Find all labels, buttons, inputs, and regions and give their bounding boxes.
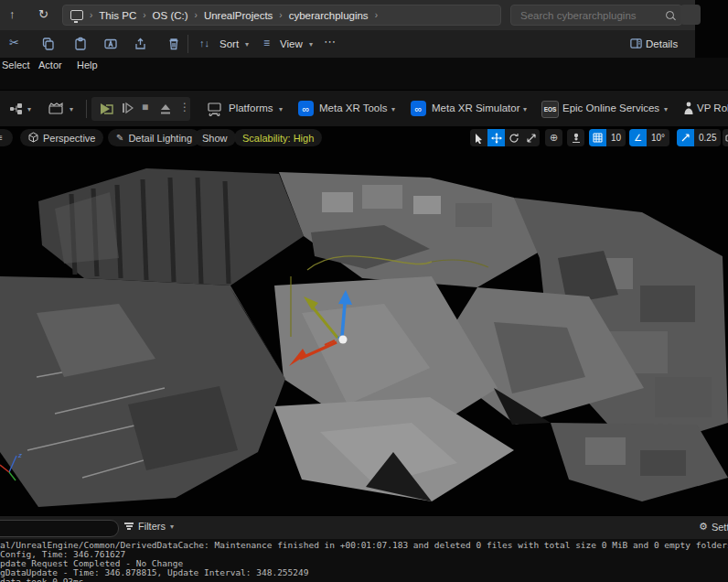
meta-xr-simulator-button[interactable]: Meta XR Simulator <box>432 102 520 113</box>
gizmo-center[interactable] <box>339 336 348 344</box>
view-mode-button[interactable]: ✎ Detail Lighting <box>108 129 200 146</box>
z-axis-label: z <box>17 451 22 459</box>
epic-online-services-button[interactable]: Epic Online Services <box>562 102 659 113</box>
globe-icon: ⊕ <box>545 129 562 146</box>
cut-icon[interactable]: ✂ <box>9 36 24 50</box>
explorer-command-bar: ✂ ↑↓ Sort ▾ ≡ View ▾ ⋯ Details <box>0 30 695 59</box>
chevron-right-icon: › <box>90 10 92 20</box>
view-button[interactable]: View <box>280 38 303 49</box>
viewport-scene[interactable]: z <box>0 148 728 515</box>
show-button[interactable]: Show <box>194 129 236 146</box>
refresh-icon[interactable]: ↻ <box>38 7 48 21</box>
meta-xr-tools-button[interactable]: Meta XR Tools <box>319 102 388 113</box>
paste-icon[interactable] <box>73 37 88 51</box>
filters-button[interactable]: Filters ▾ <box>124 521 174 532</box>
rotation-snap-value[interactable]: 10° <box>647 129 669 146</box>
eos-badge-icon: EOS <box>541 101 559 118</box>
sort-icon: ↑↓ <box>199 38 214 52</box>
scale-snap-value[interactable]: 0.25 <box>694 129 721 146</box>
stop-button[interactable]: ■ <box>142 101 148 113</box>
breadcrumb-cyberarchplugins[interactable]: cyberarchplugins <box>289 10 369 21</box>
menu-actor[interactable]: Actor <box>38 59 62 70</box>
breadcrumb-unrealprojects[interactable]: UnrealProjects <box>204 10 273 21</box>
scale-tool-icon[interactable] <box>522 129 540 146</box>
platforms-button[interactable]: Platforms <box>229 102 273 113</box>
delete-icon[interactable] <box>166 37 181 51</box>
chevron-down-icon: ▾ <box>70 105 73 113</box>
detail-lighting-label: Detail Lighting <box>128 133 192 144</box>
rename-icon[interactable] <box>103 37 118 51</box>
output-log[interactable]: al/UnrealEngine/Common/DerivedDataCache:… <box>0 539 728 582</box>
meta-logo-icon: ∞ <box>411 101 426 116</box>
filter-icon <box>124 521 134 531</box>
up-arrow-icon[interactable]: ↑ <box>9 7 16 21</box>
nav-bar-button[interactable] <box>680 5 701 25</box>
filters-label: Filters <box>138 521 166 532</box>
frame-skip-button[interactable] <box>121 102 134 117</box>
select-tool-icon[interactable] <box>470 129 487 146</box>
meta-logo-icon: ∞ <box>298 101 314 116</box>
grid-snap-value[interactable]: 10 <box>606 129 626 146</box>
more-options-button[interactable]: ⋯ <box>324 35 336 48</box>
chevron-down-icon: ▾ <box>279 105 283 113</box>
copy-icon[interactable] <box>41 37 56 51</box>
viewport[interactable]: ≡ Perspective ✎ Detail Lighting Show Sca… <box>0 126 728 515</box>
play-button[interactable] <box>98 102 114 120</box>
vp-roles-button[interactable]: VP Roles <box>697 102 728 113</box>
explorer-nav-bar: ↑ ↻ › This PC › OS (C:) › UnrealProjects… <box>0 0 695 30</box>
search-input[interactable] <box>519 9 666 22</box>
rotation-snap-control[interactable]: ∠ 10° <box>629 129 669 146</box>
search-box[interactable] <box>510 5 682 26</box>
play-controls: ■ ⋮ <box>91 97 190 121</box>
show-label: Show <box>202 133 228 144</box>
rotate-tool-icon[interactable] <box>505 129 522 146</box>
rotation-snap-icon: ∠ <box>629 129 647 146</box>
surface-snap-icon <box>567 129 584 146</box>
content-browser-bar: Filters ▾ ⚙ Settings <box>0 515 728 540</box>
viewport-options-button[interactable]: ≡ <box>0 129 13 146</box>
sort-button[interactable]: Sort <box>219 38 239 49</box>
gear-icon: ⚙ <box>699 521 708 533</box>
search-icon[interactable] <box>666 11 674 19</box>
perspective-button[interactable]: Perspective <box>20 129 103 146</box>
details-button[interactable]: Details <box>646 38 678 49</box>
breadcrumb-os-c[interactable]: OS (C:) <box>153 10 188 21</box>
breadcrumb-this-pc[interactable]: This PC <box>99 10 136 21</box>
eject-button[interactable] <box>159 102 172 119</box>
breadcrumb[interactable]: › This PC › OS (C:) › UnrealProjects › c… <box>62 5 501 26</box>
play-options-icon[interactable]: ⋮ <box>179 101 190 113</box>
photogrammetry-mesh <box>0 168 728 507</box>
this-pc-icon <box>70 10 83 20</box>
cube-icon <box>28 132 38 145</box>
transform-tools <box>470 129 540 146</box>
grid-snap-control[interactable]: 10 <box>589 129 626 146</box>
vp-roles-icon <box>682 101 695 120</box>
divider <box>187 35 188 53</box>
file-explorer-window: ↑ ↻ › This PC › OS (C:) › UnrealProjects… <box>0 0 695 58</box>
modes-icon[interactable] <box>9 102 24 120</box>
perspective-label: Perspective <box>43 133 95 144</box>
chevron-down-icon: ▾ <box>27 105 31 113</box>
chevron-down-icon: ▾ <box>170 523 174 531</box>
hamburger-icon: ≡ <box>0 133 3 143</box>
chevron-down-icon: ▾ <box>309 40 313 48</box>
platforms-icon <box>207 102 223 120</box>
cinematics-icon[interactable] <box>48 101 66 120</box>
content-search-box[interactable] <box>0 520 119 537</box>
scalability-button[interactable]: Scalability: High <box>234 129 322 146</box>
share-icon[interactable] <box>134 37 148 51</box>
surface-snapping-button[interactable] <box>567 129 584 146</box>
camera-speed-control[interactable]: 1.2 <box>723 129 728 146</box>
unreal-toolbar: ▾ ▾ ■ ⋮ Platforms ▾ ∞ Meta XR Tools ▾ ∞ … <box>0 90 728 128</box>
scale-snap-control[interactable]: 0.25 <box>677 129 721 146</box>
chevron-down-icon: ▾ <box>245 40 249 48</box>
menu-help[interactable]: Help <box>77 59 98 70</box>
menu-select[interactable]: Select <box>2 59 30 70</box>
chevron-right-icon: › <box>195 10 198 20</box>
view-icon: ≡ <box>263 37 278 51</box>
world-local-toggle[interactable]: ⊕ <box>545 129 562 146</box>
screen: { "explorer": { "breadcrumb": { "items":… <box>0 0 728 582</box>
move-tool-icon[interactable] <box>487 129 505 146</box>
scale-snap-icon <box>677 129 694 146</box>
settings-button[interactable]: ⚙ Settings <box>699 521 728 533</box>
